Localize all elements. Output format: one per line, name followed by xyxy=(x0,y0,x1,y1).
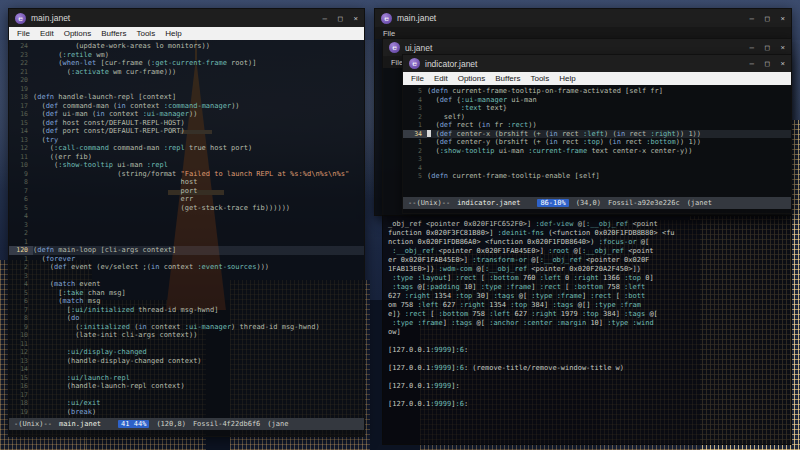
code-line[interactable]: 14 xyxy=(9,365,364,374)
code-line[interactable]: 15 :ui/launch-repl xyxy=(9,374,364,383)
code-line[interactable]: 1 (def center-y (brshift (+ (in rect :to… xyxy=(403,138,791,147)
code-line[interactable]: 2 (def event (ev/select ;(in context :ev… xyxy=(9,263,364,272)
window-main-janet[interactable]: e main.janet – □ × FileEditOptionsBuffer… xyxy=(8,8,365,437)
menu-item-file[interactable]: File xyxy=(406,74,429,83)
code-line[interactable]: 12 :ui/display-changed xyxy=(9,348,364,357)
title-bar[interactable]: e main.janet – □ × xyxy=(9,9,364,27)
main-editor-lines[interactable]: 24 (update-work-areas lo monitors))23 (:… xyxy=(9,40,364,418)
code-line[interactable]: 1 (def rect (in fr :rect)) xyxy=(403,121,791,130)
terminal-window[interactable]: _obj_ref <pointer 0x020F1FC652F0>] :def-… xyxy=(382,215,792,445)
code-line[interactable]: 21 (:activate wm cur-frame))) xyxy=(9,68,364,77)
maximize-button[interactable]: □ xyxy=(338,14,343,23)
menu-item-buffers[interactable]: Buffers xyxy=(490,74,525,83)
menu-item-tools[interactable]: Tools xyxy=(525,74,554,83)
code-line[interactable]: 2 self) xyxy=(403,113,791,122)
code-line[interactable]: 3 xyxy=(9,221,364,230)
code-line[interactable]: 9 (:initialized (in context :ui-manager)… xyxy=(9,323,364,332)
code-line[interactable]: 5 (get-stack-trace fib)))))) xyxy=(9,204,364,213)
minimize-button[interactable]: – xyxy=(749,14,754,23)
maximize-button[interactable]: □ xyxy=(765,43,770,52)
minimize-button[interactable]: – xyxy=(749,43,754,52)
title-bar[interactable]: e main.janet – □ × xyxy=(375,9,791,27)
code-line[interactable]: 6 (match msg xyxy=(9,297,364,306)
code-line[interactable]: 24 (update-work-areas lo monitors)) xyxy=(9,42,364,51)
code-line[interactable]: 1 xyxy=(9,238,364,247)
code-line[interactable]: 5(defn current-frame-tooltip-enable [sel… xyxy=(403,172,791,181)
code-line[interactable]: 20 xyxy=(9,76,364,85)
terminal-line: [127.0.0.1:9999]: xyxy=(388,382,786,391)
code-line[interactable]: 3 :text text} xyxy=(403,104,791,113)
code-line[interactable]: 19 (break) xyxy=(9,408,364,417)
menu-item-tools[interactable]: Tools xyxy=(131,29,160,38)
code-line[interactable]: 5 [:take chan msg] xyxy=(9,289,364,298)
minibuffer[interactable] xyxy=(9,430,364,436)
close-button[interactable]: × xyxy=(780,59,785,68)
terminal-line xyxy=(388,355,786,364)
code-line[interactable]: 120(defn main-loop [cli-args context] xyxy=(9,246,364,255)
terminal-line xyxy=(388,373,786,382)
menu-item-options[interactable]: Options xyxy=(453,74,491,83)
code-line[interactable]: 4 (def {:ui-manager ui-man xyxy=(403,96,791,105)
maximize-button[interactable]: □ xyxy=(765,14,770,23)
code-line[interactable]: 13 (try xyxy=(9,136,364,145)
code-line[interactable]: 9 (string/format "Failed to launch REPL … xyxy=(9,170,364,179)
minimize-button[interactable]: – xyxy=(322,14,327,23)
code-line[interactable]: 18(defn handle-launch-repl [context] xyxy=(9,93,364,102)
menu-item-help[interactable]: Help xyxy=(554,74,580,83)
code-line[interactable]: 14 (def port const/DEFAULT-REPL-PORT) xyxy=(9,127,364,136)
code-line[interactable]: 8 host xyxy=(9,178,364,187)
code-line[interactable]: 11 ((err fib) xyxy=(9,153,364,162)
modeline-scroll-chip: 41 44% xyxy=(118,420,149,428)
menu-item-buffers[interactable]: Buffers xyxy=(96,29,131,38)
code-line[interactable]: 18 :ui/exit xyxy=(9,399,364,408)
code-line[interactable]: 7 port xyxy=(9,187,364,196)
code-line[interactable]: 15 (def host const/DEFAULT-REPL-HOST) xyxy=(9,119,364,128)
code-line[interactable]: 1 (forever xyxy=(9,255,364,264)
code-line[interactable]: 22 (when-let [cur-frame (:get-current-fr… xyxy=(9,59,364,68)
menu-item-file[interactable]: File xyxy=(12,29,35,38)
line-number: 11 xyxy=(9,153,33,162)
code-line[interactable]: 4 xyxy=(403,164,791,173)
code-line[interactable]: 6 err xyxy=(9,195,364,204)
code-line[interactable]: 12 (:call-command command-man :repl true… xyxy=(9,144,364,153)
line-number: 15 xyxy=(9,374,33,383)
window-indicator-janet[interactable]: e indicator.janet – □ × FileEditOptionsB… xyxy=(402,54,792,214)
maximize-button[interactable]: □ xyxy=(765,59,770,68)
minibuffer[interactable] xyxy=(403,209,791,213)
code-line[interactable]: 13 (handle-display-changed context) xyxy=(9,357,364,366)
title-bar[interactable]: e indicator.janet – □ × xyxy=(403,55,791,72)
code-line[interactable]: 17 (def command-man (in context :command… xyxy=(9,102,364,111)
menu-item-file[interactable]: File xyxy=(378,29,400,38)
menu-item-help[interactable]: Help xyxy=(160,29,186,38)
menu-item-edit[interactable]: Edit xyxy=(35,29,59,38)
code-line[interactable]: 4 (match event xyxy=(9,280,364,289)
indicator-editor-lines[interactable]: 5(defn current-frame-tooltip-on-frame-ac… xyxy=(403,85,791,197)
close-button[interactable]: × xyxy=(780,14,785,23)
code-line[interactable]: 7 [:ui/initialized thread-id msg-hwnd] xyxy=(9,306,364,315)
code-line[interactable]: 8 (do xyxy=(9,314,364,323)
code-line[interactable]: 19 xyxy=(9,85,364,94)
minimize-button[interactable]: – xyxy=(749,59,754,68)
code-line[interactable]: 11 xyxy=(9,340,364,349)
line-number: 10 xyxy=(9,161,33,170)
menu-item-options[interactable]: Options xyxy=(59,29,97,38)
code-line[interactable]: 10 (late-init cli-args context)) xyxy=(9,331,364,340)
close-button[interactable]: × xyxy=(353,14,358,23)
window-title: ui.janet xyxy=(405,43,432,53)
code-line[interactable]: 2 (:show-tooltip ui-man :current-frame t… xyxy=(403,147,791,156)
code-line[interactable]: 23 (:retile wm) xyxy=(9,51,364,60)
code-line[interactable]: 10 (:show-tooltip ui-man :repl xyxy=(9,161,364,170)
line-number: 17 xyxy=(9,391,33,400)
line-number: 24 xyxy=(9,42,33,51)
code-line[interactable]: 3 xyxy=(9,272,364,281)
code-line[interactable]: 4 xyxy=(9,212,364,221)
code-line[interactable]: 16 (def ui-man (in context :ui-manager)) xyxy=(9,110,364,119)
code-line[interactable]: 2 xyxy=(9,229,364,238)
code-line[interactable]: 34 (def center-x (brshift (+ (in rect :l… xyxy=(403,130,791,139)
code-line[interactable]: 17 xyxy=(9,391,364,400)
close-button[interactable]: × xyxy=(780,43,785,52)
code-line[interactable]: 3 xyxy=(403,155,791,164)
menu-item-edit[interactable]: Edit xyxy=(429,74,453,83)
code-line[interactable]: 5(defn current-frame-tooltip-on-frame-ac… xyxy=(403,87,791,96)
code-line[interactable]: 16 (handle-launch-repl context) xyxy=(9,382,364,391)
